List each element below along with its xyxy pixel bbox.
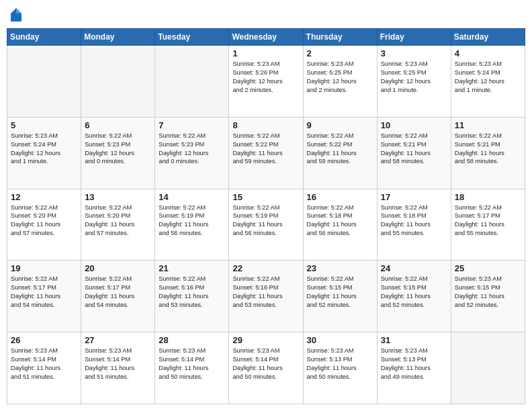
calendar-cell: 13Sunrise: 5:22 AM Sunset: 5:20 PM Dayli… xyxy=(81,189,155,261)
day-info: Sunrise: 5:23 AM Sunset: 5:14 PM Dayligh… xyxy=(11,347,77,381)
logo xyxy=(9,7,26,23)
calendar-cell: 25Sunrise: 5:23 AM Sunset: 5:15 PM Dayli… xyxy=(451,261,525,332)
calendar-cell: 21Sunrise: 5:22 AM Sunset: 5:16 PM Dayli… xyxy=(155,261,229,332)
calendar-cell: 31Sunrise: 5:23 AM Sunset: 5:13 PM Dayli… xyxy=(377,332,451,404)
day-info: Sunrise: 5:23 AM Sunset: 5:13 PM Dayligh… xyxy=(381,347,447,381)
day-number: 2 xyxy=(307,48,373,58)
calendar-cell: 30Sunrise: 5:23 AM Sunset: 5:13 PM Dayli… xyxy=(303,332,377,404)
day-number: 30 xyxy=(307,335,373,345)
weekday-saturday: Saturday xyxy=(451,29,525,46)
day-number: 17 xyxy=(381,192,447,202)
day-number: 16 xyxy=(307,192,373,202)
day-info: Sunrise: 5:23 AM Sunset: 5:15 PM Dayligh… xyxy=(455,275,521,310)
day-number: 15 xyxy=(232,192,299,202)
day-number: 12 xyxy=(11,192,77,202)
day-number: 7 xyxy=(159,120,225,130)
calendar-cell: 9Sunrise: 5:22 AM Sunset: 5:22 PM Daylig… xyxy=(303,117,377,189)
day-info: Sunrise: 5:22 AM Sunset: 5:19 PM Dayligh… xyxy=(232,203,299,238)
weekday-wednesday: Wednesday xyxy=(229,29,303,46)
day-info: Sunrise: 5:22 AM Sunset: 5:16 PM Dayligh… xyxy=(159,275,225,310)
day-number: 29 xyxy=(232,335,299,345)
logo-icon xyxy=(9,7,23,23)
calendar-cell: 22Sunrise: 5:22 AM Sunset: 5:16 PM Dayli… xyxy=(229,261,303,332)
day-info: Sunrise: 5:23 AM Sunset: 5:14 PM Dayligh… xyxy=(159,347,225,381)
calendar-cell: 16Sunrise: 5:22 AM Sunset: 5:18 PM Dayli… xyxy=(303,189,377,261)
day-info: Sunrise: 5:22 AM Sunset: 5:18 PM Dayligh… xyxy=(307,203,373,238)
calendar-cell: 23Sunrise: 5:22 AM Sunset: 5:15 PM Dayli… xyxy=(303,261,377,332)
day-info: Sunrise: 5:22 AM Sunset: 5:15 PM Dayligh… xyxy=(381,275,447,310)
calendar-cell: 12Sunrise: 5:22 AM Sunset: 5:20 PM Dayli… xyxy=(7,189,81,261)
calendar-cell: 18Sunrise: 5:22 AM Sunset: 5:17 PM Dayli… xyxy=(451,189,525,261)
calendar-cell: 2Sunrise: 5:23 AM Sunset: 5:25 PM Daylig… xyxy=(303,46,377,118)
calendar-cell: 11Sunrise: 5:22 AM Sunset: 5:21 PM Dayli… xyxy=(451,117,525,189)
calendar-cell: 24Sunrise: 5:22 AM Sunset: 5:15 PM Dayli… xyxy=(377,261,451,332)
day-info: Sunrise: 5:22 AM Sunset: 5:23 PM Dayligh… xyxy=(159,132,225,167)
day-info: Sunrise: 5:22 AM Sunset: 5:17 PM Dayligh… xyxy=(85,275,151,310)
day-number: 4 xyxy=(455,48,521,58)
calendar-cell xyxy=(7,46,81,118)
calendar-cell: 1Sunrise: 5:23 AM Sunset: 5:26 PM Daylig… xyxy=(229,46,303,118)
weekday-sunday: Sunday xyxy=(7,29,81,46)
calendar-cell xyxy=(451,332,525,404)
day-number: 8 xyxy=(232,120,299,130)
svg-marker-1 xyxy=(16,8,21,13)
day-info: Sunrise: 5:23 AM Sunset: 5:26 PM Dayligh… xyxy=(232,60,299,95)
day-number: 14 xyxy=(159,192,225,202)
week-row-5: 26Sunrise: 5:23 AM Sunset: 5:14 PM Dayli… xyxy=(7,332,525,404)
weekday-monday: Monday xyxy=(81,29,155,46)
day-info: Sunrise: 5:23 AM Sunset: 5:24 PM Dayligh… xyxy=(455,60,521,95)
day-number: 19 xyxy=(11,263,77,273)
day-number: 31 xyxy=(381,335,447,345)
calendar-cell: 10Sunrise: 5:22 AM Sunset: 5:21 PM Dayli… xyxy=(377,117,451,189)
day-number: 1 xyxy=(232,48,299,58)
calendar-cell: 28Sunrise: 5:23 AM Sunset: 5:14 PM Dayli… xyxy=(155,332,229,404)
day-info: Sunrise: 5:22 AM Sunset: 5:18 PM Dayligh… xyxy=(381,203,447,238)
header xyxy=(7,7,525,23)
day-info: Sunrise: 5:23 AM Sunset: 5:24 PM Dayligh… xyxy=(11,132,77,167)
calendar-cell: 17Sunrise: 5:22 AM Sunset: 5:18 PM Dayli… xyxy=(377,189,451,261)
day-info: Sunrise: 5:22 AM Sunset: 5:20 PM Dayligh… xyxy=(85,203,151,238)
day-number: 26 xyxy=(11,335,77,345)
week-row-4: 19Sunrise: 5:22 AM Sunset: 5:17 PM Dayli… xyxy=(7,261,525,332)
day-info: Sunrise: 5:23 AM Sunset: 5:13 PM Dayligh… xyxy=(307,347,373,381)
calendar-cell: 15Sunrise: 5:22 AM Sunset: 5:19 PM Dayli… xyxy=(229,189,303,261)
day-number: 13 xyxy=(85,192,151,202)
weekday-header-row: SundayMondayTuesdayWednesdayThursdayFrid… xyxy=(7,29,525,46)
calendar-cell: 19Sunrise: 5:22 AM Sunset: 5:17 PM Dayli… xyxy=(7,261,81,332)
calendar-cell xyxy=(81,46,155,118)
week-row-2: 5Sunrise: 5:23 AM Sunset: 5:24 PM Daylig… xyxy=(7,117,525,189)
day-number: 10 xyxy=(381,120,447,130)
day-info: Sunrise: 5:22 AM Sunset: 5:15 PM Dayligh… xyxy=(307,275,373,310)
day-info: Sunrise: 5:22 AM Sunset: 5:16 PM Dayligh… xyxy=(232,275,299,310)
day-info: Sunrise: 5:22 AM Sunset: 5:17 PM Dayligh… xyxy=(11,275,77,310)
day-number: 18 xyxy=(455,192,521,202)
calendar-cell: 20Sunrise: 5:22 AM Sunset: 5:17 PM Dayli… xyxy=(81,261,155,332)
weekday-friday: Friday xyxy=(377,29,451,46)
day-number: 3 xyxy=(381,48,447,58)
calendar-cell xyxy=(155,46,229,118)
calendar-cell: 27Sunrise: 5:23 AM Sunset: 5:14 PM Dayli… xyxy=(81,332,155,404)
day-info: Sunrise: 5:22 AM Sunset: 5:19 PM Dayligh… xyxy=(159,203,225,238)
day-info: Sunrise: 5:22 AM Sunset: 5:22 PM Dayligh… xyxy=(307,132,373,167)
calendar-cell: 5Sunrise: 5:23 AM Sunset: 5:24 PM Daylig… xyxy=(7,117,81,189)
day-number: 20 xyxy=(85,263,151,273)
day-number: 24 xyxy=(381,263,447,273)
day-number: 23 xyxy=(307,263,373,273)
day-info: Sunrise: 5:22 AM Sunset: 5:20 PM Dayligh… xyxy=(11,203,77,238)
calendar-cell: 26Sunrise: 5:23 AM Sunset: 5:14 PM Dayli… xyxy=(7,332,81,404)
calendar-cell: 4Sunrise: 5:23 AM Sunset: 5:24 PM Daylig… xyxy=(451,46,525,118)
day-number: 9 xyxy=(307,120,373,130)
day-info: Sunrise: 5:23 AM Sunset: 5:14 PM Dayligh… xyxy=(232,347,299,381)
calendar-cell: 3Sunrise: 5:23 AM Sunset: 5:25 PM Daylig… xyxy=(377,46,451,118)
calendar: SundayMondayTuesdayWednesdayThursdayFrid… xyxy=(7,28,525,404)
day-number: 11 xyxy=(455,120,521,130)
week-row-1: 1Sunrise: 5:23 AM Sunset: 5:26 PM Daylig… xyxy=(7,46,525,118)
calendar-cell: 14Sunrise: 5:22 AM Sunset: 5:19 PM Dayli… xyxy=(155,189,229,261)
day-info: Sunrise: 5:22 AM Sunset: 5:23 PM Dayligh… xyxy=(85,132,151,167)
day-info: Sunrise: 5:22 AM Sunset: 5:22 PM Dayligh… xyxy=(232,132,299,167)
day-info: Sunrise: 5:23 AM Sunset: 5:25 PM Dayligh… xyxy=(381,60,447,95)
day-number: 21 xyxy=(159,263,225,273)
day-number: 28 xyxy=(159,335,225,345)
day-info: Sunrise: 5:22 AM Sunset: 5:21 PM Dayligh… xyxy=(455,132,521,167)
page: SundayMondayTuesdayWednesdayThursdayFrid… xyxy=(0,0,532,411)
